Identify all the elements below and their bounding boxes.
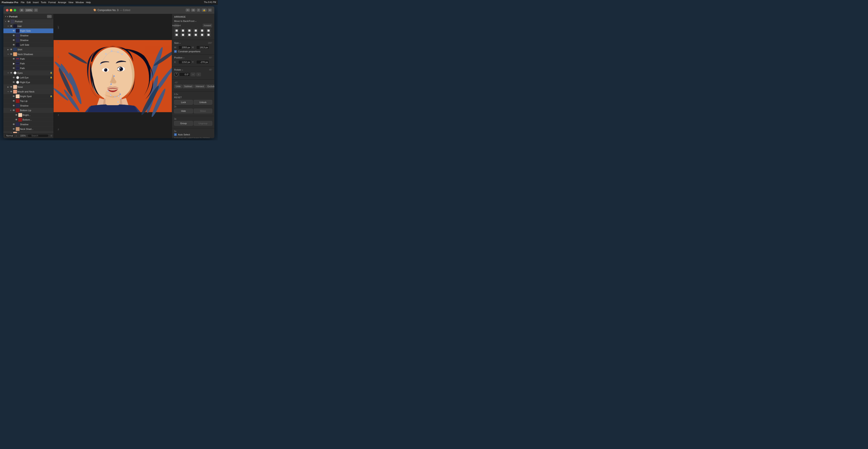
vis-neck-shadows[interactable]: 👁 bbox=[10, 53, 13, 56]
flip-h-button[interactable]: ↔ bbox=[191, 72, 195, 76]
vis-right-eye[interactable]: 👁 bbox=[12, 81, 15, 84]
vis-neck-shad[interactable]: 👁 bbox=[12, 128, 15, 131]
align-extra4-button[interactable]: ⬜ bbox=[206, 33, 211, 37]
layer-path1[interactable]: 👁 Path bbox=[3, 57, 53, 61]
menu-arrange[interactable]: Arrange bbox=[58, 1, 66, 4]
layer-bright2[interactable]: 👁 Bright... bbox=[3, 113, 53, 117]
toggle-neck-shadows[interactable]: ▾ bbox=[7, 53, 9, 56]
vis-left-eye[interactable]: 👁 bbox=[12, 76, 15, 79]
vis-bottom2[interactable]: 👁 bbox=[15, 118, 18, 121]
layer-path3[interactable]: 👁 Path bbox=[3, 66, 53, 71]
vis-shadow4[interactable]: 👁 bbox=[12, 123, 15, 126]
rotate-input[interactable] bbox=[179, 72, 190, 76]
forward-button[interactable]: Forward bbox=[203, 24, 212, 27]
vis-bottom-lip[interactable]: 👁 bbox=[12, 109, 15, 112]
menu-edit[interactable]: Edit bbox=[27, 1, 31, 4]
close-button[interactable] bbox=[6, 9, 8, 11]
vis-shadow3[interactable]: 👁 bbox=[12, 104, 15, 107]
exclude-button[interactable]: Exclude bbox=[206, 85, 214, 88]
lock-action-button[interactable]: Lock bbox=[174, 100, 193, 105]
layer-path2[interactable]: ▶ Path bbox=[3, 61, 53, 66]
menu-help[interactable]: Help bbox=[86, 1, 91, 4]
minimize-button[interactable] bbox=[10, 9, 12, 11]
toggle-shirt[interactable]: ▶ bbox=[7, 48, 9, 51]
layers-toggle-button[interactable]: ⊞ bbox=[20, 8, 24, 12]
group-button[interactable]: Group bbox=[174, 121, 193, 126]
vis-eyes[interactable]: 👁 bbox=[10, 71, 13, 74]
layer-shirt[interactable]: ▶ 👁 Shirt bbox=[3, 47, 53, 52]
vis-mouth-neck[interactable]: 👁 bbox=[10, 90, 13, 93]
y-input[interactable] bbox=[196, 60, 209, 64]
menu-insert[interactable]: Insert bbox=[33, 1, 39, 4]
autoselect-checkbox[interactable]: ✓ bbox=[174, 133, 177, 136]
toggle-portrait[interactable]: ▾ bbox=[4, 20, 7, 23]
layer-right-eye[interactable]: 👁 Right Eye bbox=[3, 80, 53, 85]
canvas-area[interactable]: 180° 90° 45° -45° 0.5x 2x 3x 5x bbox=[54, 14, 172, 138]
intersect-button[interactable]: Intersect bbox=[194, 85, 206, 88]
layer-eyes[interactable]: ▾ 👁 Eyes 🔒 bbox=[3, 71, 53, 75]
layer-shadow3[interactable]: 👁 Shadow bbox=[3, 103, 53, 108]
add-layer-button[interactable]: + bbox=[34, 8, 38, 12]
layer-hair[interactable]: ▾ 👁 Hair bbox=[3, 24, 53, 29]
layer-nose[interactable]: ▶ 👁 Nose bbox=[3, 85, 53, 89]
search-settings-icon[interactable]: ⚙ bbox=[51, 135, 52, 137]
ungroup-button[interactable]: Ungroup bbox=[194, 121, 212, 126]
layer-left-eye[interactable]: 👁 Left Eye 🔒 bbox=[3, 75, 53, 80]
vis-top-lip[interactable]: 👁 bbox=[12, 99, 15, 102]
search-input[interactable] bbox=[27, 134, 49, 137]
more-button[interactable]: ≡ bbox=[208, 8, 212, 12]
unite-button[interactable]: Unite bbox=[174, 85, 182, 88]
vector-tool-button[interactable]: ✏ bbox=[186, 8, 190, 12]
layer-neck-shadows[interactable]: ▾ 👁 Neck Shadows bbox=[3, 52, 53, 57]
align-center-v-button[interactable]: ⬜ bbox=[200, 29, 205, 33]
align-extra2-button[interactable]: ⬜ bbox=[193, 33, 198, 37]
subtract-button[interactable]: Subtract bbox=[183, 85, 193, 88]
vis-shadow2[interactable]: 👁 bbox=[12, 39, 15, 42]
vis-shadow1[interactable]: 👁 bbox=[12, 34, 15, 37]
toggle-mouth-neck[interactable]: ▾ bbox=[7, 90, 9, 93]
menu-window[interactable]: Window bbox=[75, 1, 84, 4]
vis-path1[interactable]: 👁 bbox=[12, 57, 15, 60]
constrain-checkbox[interactable]: ✓ bbox=[174, 50, 177, 53]
toggle-hair[interactable]: ▾ bbox=[7, 25, 9, 27]
menu-format[interactable]: Format bbox=[49, 1, 56, 4]
layer-shadow4[interactable]: 👁 Shadow bbox=[3, 122, 53, 127]
layer-right-side[interactable]: 👁 Right Side bbox=[3, 29, 53, 33]
vis-hair[interactable]: 👁 bbox=[10, 25, 13, 28]
width-input[interactable] bbox=[178, 45, 191, 49]
menu-view[interactable]: View bbox=[68, 1, 73, 4]
menu-tools[interactable]: Tools bbox=[41, 1, 46, 4]
toggle-nose[interactable]: ▶ bbox=[7, 86, 9, 88]
rotate-dial[interactable] bbox=[174, 72, 178, 76]
vis-left-side[interactable]: 👁 bbox=[12, 43, 15, 46]
layer-neck-shad[interactable]: 👁 Neck Shad... bbox=[3, 127, 53, 131]
align-extra1-button[interactable]: ⬜ bbox=[187, 33, 192, 37]
layer-top-lip[interactable]: 👁 Top Lip bbox=[3, 99, 53, 103]
layer-bottom2[interactable]: 👁 Bottom... bbox=[3, 117, 53, 122]
height-input[interactable] bbox=[196, 45, 209, 49]
vis-path3[interactable]: 👁 bbox=[12, 67, 15, 70]
distribute-v-button[interactable]: ⬜ bbox=[181, 33, 185, 37]
vis-bright-spot[interactable]: 👁 bbox=[12, 95, 15, 98]
menu-file[interactable]: File bbox=[21, 1, 25, 4]
layer-mouth-neck[interactable]: ▾ 👁 Mouth and Neck bbox=[3, 89, 53, 94]
vis-shirt[interactable]: 👁 bbox=[10, 48, 13, 51]
layer-shadow1[interactable]: 👁 Shadow bbox=[3, 33, 53, 38]
layer-portrait[interactable]: ▾ 👁 Portrait bbox=[3, 19, 53, 24]
backward-button[interactable]: Backward bbox=[174, 24, 179, 27]
layer-bottom-lip[interactable]: ▾ 👁 Bottom Lip bbox=[3, 108, 53, 113]
layer-left-side[interactable]: 👁 Left Side bbox=[3, 42, 53, 47]
vis-path2[interactable]: ▶ bbox=[12, 62, 15, 65]
x-input[interactable] bbox=[178, 60, 191, 64]
distribute-h-button[interactable]: ⬜ bbox=[174, 33, 179, 37]
maximize-button[interactable] bbox=[13, 9, 16, 11]
shine-action-button[interactable]: Shine bbox=[194, 109, 212, 113]
align-bottom-button[interactable]: ⬜ bbox=[206, 29, 211, 33]
align-left-button[interactable]: ⬜ bbox=[174, 29, 179, 33]
lock-button[interactable]: 🔒 bbox=[202, 8, 207, 12]
vis-nose[interactable]: 👁 bbox=[10, 86, 13, 89]
layers-list[interactable]: ▾ 👁 Portrait ▾ 👁 Hair 👁 Rig bbox=[3, 19, 53, 133]
export-button[interactable]: ⤴ bbox=[197, 8, 200, 12]
unlock-action-button[interactable]: Unlock bbox=[194, 100, 212, 105]
align-top-button[interactable]: ⬜ bbox=[193, 29, 198, 33]
